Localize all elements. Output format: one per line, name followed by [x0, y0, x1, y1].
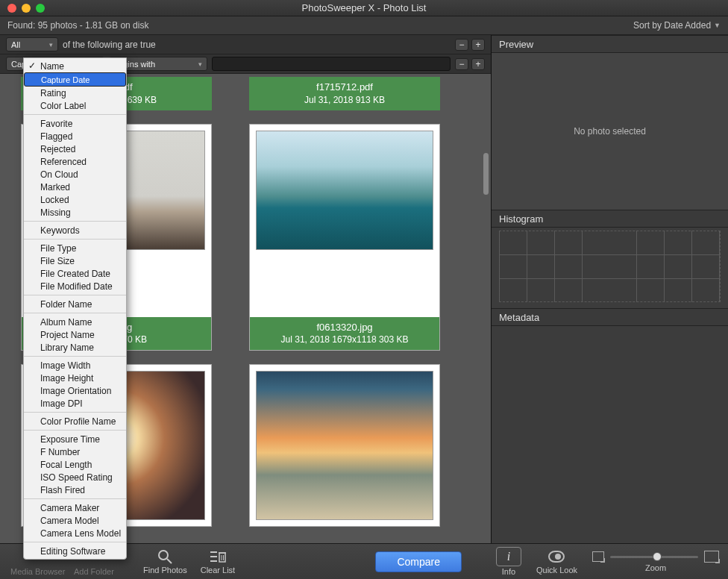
toolbar-label: Clear List: [201, 566, 235, 575]
filter-value-input[interactable]: [212, 57, 451, 71]
menu-item[interactable]: File Modified Date: [24, 280, 126, 292]
menu-item[interactable]: Keywords: [24, 224, 126, 237]
menu-item[interactable]: Name: [24, 60, 126, 72]
preview-empty-text: No photo selected: [574, 126, 646, 137]
photo-filename: f1715712.pdf: [249, 81, 440, 94]
menu-item[interactable]: Flagged: [24, 130, 126, 143]
match-scope-label: All: [11, 40, 20, 49]
attribute-dropdown-menu: NameCapture DateRatingColor LabelFavorit…: [23, 57, 127, 560]
zoom-slider-knob[interactable]: [653, 552, 662, 561]
clear-list-button[interactable]: Clear List: [201, 548, 235, 575]
filter-row-text: of the following are true: [63, 40, 156, 50]
menu-item[interactable]: Flash Fired: [24, 483, 126, 496]
toolbar-label: Info: [502, 567, 515, 576]
menu-item[interactable]: Camera Maker: [24, 501, 126, 514]
zoom-slider[interactable]: [610, 556, 698, 558]
menu-item[interactable]: Rating: [24, 87, 126, 99]
menu-item[interactable]: File Size: [24, 254, 126, 267]
toolbar-label: Quick Look: [536, 566, 577, 575]
media-browser-button[interactable]: Media Browser Add Folder: [10, 567, 114, 576]
add-rule-button[interactable]: +: [471, 58, 485, 70]
menu-item[interactable]: Locked: [24, 193, 126, 206]
panel-header-histogram: Histogram: [492, 210, 728, 228]
title-bar: PhotoSweeper X - Photo List: [0, 0, 728, 16]
photo-caption: f0613320.jpg Jul 31, 2018 1679x1118 303 …: [250, 317, 439, 351]
menu-item[interactable]: ISO Speed Rating: [24, 471, 126, 483]
photo-caption: f1715712.pdf Jul 31, 2018 913 KB: [249, 77, 440, 110]
menu-item[interactable]: Album Name: [24, 316, 126, 328]
chevron-down-icon: ▾: [49, 41, 53, 48]
window-title: PhotoSweeper X - Photo List: [0, 2, 728, 13]
menu-item[interactable]: Library Name: [24, 341, 126, 354]
menu-item[interactable]: Rejected: [24, 143, 126, 155]
photo-meta: Jul 31, 2018 913 KB: [249, 94, 440, 106]
compare-button[interactable]: Compare: [375, 551, 462, 572]
magnifier-icon: [157, 548, 173, 565]
photo-filename: f0613320.jpg: [250, 321, 439, 334]
menu-item[interactable]: Camera Model: [24, 514, 126, 527]
filter-row-all: All ▾ of the following are true − +: [0, 35, 491, 54]
menu-item[interactable]: Image DPI: [24, 397, 126, 410]
toolbar-label: Zoom: [645, 563, 666, 572]
panel-header-metadata: Metadata: [492, 308, 728, 326]
quick-look-button[interactable]: Quick Look: [536, 548, 577, 575]
menu-item[interactable]: Editing Software: [24, 545, 126, 557]
compare-button-wrap: Compare: [375, 551, 462, 572]
metadata-panel: [492, 326, 728, 543]
menu-item[interactable]: On Cloud: [24, 168, 126, 181]
zoom-control: Zoom: [592, 551, 719, 572]
preview-area: No photo selected: [492, 53, 728, 210]
menu-item[interactable]: Color Label: [24, 99, 126, 112]
match-scope-select[interactable]: All ▾: [6, 37, 58, 51]
menu-item[interactable]: Referenced: [24, 155, 126, 168]
photo-meta: Jul 31, 2018 1679x1118 303 KB: [250, 334, 439, 345]
menu-item[interactable]: Image Height: [24, 372, 126, 384]
menu-item[interactable]: Camera Lens Model: [24, 527, 126, 539]
found-summary: Found: 95 photos - 1.81 GB on disk: [7, 20, 148, 31]
svg-point-0: [159, 551, 168, 560]
photo-thumbnail: [256, 131, 433, 250]
add-rule-button[interactable]: +: [471, 39, 485, 51]
compare-label: Compare: [397, 556, 440, 568]
menu-item[interactable]: Image Width: [24, 359, 126, 372]
scrollbar-thumb[interactable]: [483, 153, 489, 195]
menu-item[interactable]: Capture Date: [24, 72, 126, 87]
info-icon: i: [496, 547, 521, 566]
eye-icon: [548, 548, 565, 565]
remove-rule-button[interactable]: −: [455, 58, 468, 70]
found-bar: Found: 95 photos - 1.81 GB on disk Sort …: [0, 16, 728, 35]
photo-card[interactable]: [249, 364, 440, 527]
panel-header-preview: Preview: [492, 35, 728, 53]
zoom-small-icon[interactable]: [592, 551, 604, 562]
menu-item[interactable]: Focal Length: [24, 458, 126, 471]
svg-line-1: [167, 559, 172, 563]
sort-by-label: Sort by Date Added: [633, 20, 711, 31]
photo-thumbnail: [256, 371, 433, 520]
zoom-large-icon[interactable]: [704, 551, 719, 563]
histogram-panel: [492, 228, 728, 308]
menu-item[interactable]: Missing: [24, 206, 126, 219]
menu-item[interactable]: File Type: [24, 242, 126, 254]
find-photos-button[interactable]: Find Photos: [143, 548, 187, 575]
toolbar-label: Find Photos: [143, 566, 187, 575]
info-button[interactable]: i Info: [496, 547, 521, 576]
menu-item[interactable]: Folder Name: [24, 298, 126, 310]
menu-item[interactable]: Marked: [24, 181, 126, 193]
remove-rule-button[interactable]: −: [455, 39, 468, 51]
chevron-down-icon: ▼: [714, 22, 721, 29]
chevron-down-icon: ▾: [198, 60, 202, 68]
photo-card[interactable]: f0613320.jpg Jul 31, 2018 1679x1118 303 …: [249, 124, 440, 351]
clear-list-icon: [210, 548, 226, 565]
sort-by-dropdown[interactable]: Sort by Date Added ▼: [633, 20, 721, 31]
menu-item[interactable]: Exposure Time: [24, 433, 126, 445]
menu-item[interactable]: File Created Date: [24, 267, 126, 280]
menu-item[interactable]: Image Orientation: [24, 384, 126, 397]
menu-item[interactable]: Project Name: [24, 328, 126, 341]
svg-rect-5: [219, 553, 225, 562]
menu-item[interactable]: F Number: [24, 445, 126, 458]
menu-item[interactable]: Favorite: [24, 117, 126, 130]
histogram-grid: [499, 231, 721, 302]
menu-item[interactable]: Color Profile Name: [24, 415, 126, 428]
